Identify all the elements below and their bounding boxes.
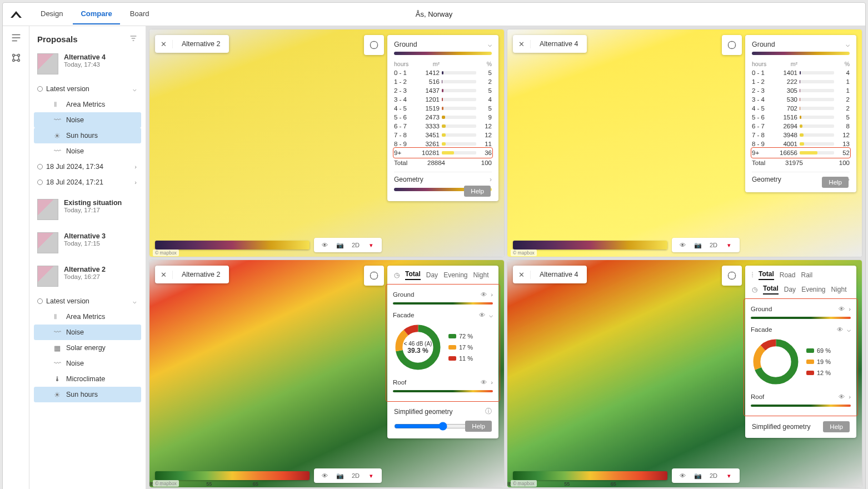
panel-title[interactable]: Ground <box>752 41 775 48</box>
time-tab-day[interactable]: Day <box>426 271 438 279</box>
proposal-item[interactable]: Existing situationToday, 17:17 <box>34 196 141 223</box>
colorbar-sun[interactable] <box>513 241 667 250</box>
section-ground[interactable]: Ground <box>751 306 772 312</box>
sun-row[interactable]: 9+1028136 <box>394 148 492 157</box>
tree-latest-version-2[interactable]: Latest version ⌵ <box>34 293 141 309</box>
eye-icon[interactable]: 👁 <box>481 379 487 386</box>
section-facade[interactable]: Facade <box>751 326 772 333</box>
chevron-down-icon[interactable]: ⌵ <box>847 326 851 333</box>
time-tab-evening[interactable]: Evening <box>443 271 467 279</box>
section-roof[interactable]: Roof <box>393 379 406 386</box>
dropdown-icon[interactable]: ▾ <box>365 240 377 250</box>
tree-item-microclimate[interactable]: 🌡Microclimate <box>34 371 141 387</box>
tree-item-noise[interactable]: 〰Noise <box>34 143 141 159</box>
sun-row[interactable]: 5 - 624739 <box>394 113 492 122</box>
help-button[interactable]: Help <box>823 421 850 432</box>
source-tab-road[interactable]: Road <box>780 271 796 279</box>
chevron-down-icon[interactable]: ⌵ <box>488 41 492 48</box>
eye-icon[interactable]: 👁 <box>837 326 844 333</box>
tree-item-sun-hours[interactable]: ☀Sun hours <box>34 128 141 143</box>
source-tab-total[interactable]: Total <box>759 270 774 280</box>
tree-item-area-metrics[interactable]: ⦀Area Metrics <box>34 309 141 325</box>
tree-item-solar-energy[interactable]: ▦Solar energy <box>34 340 141 356</box>
sun-row[interactable]: 1 - 25162 <box>394 77 492 86</box>
filter-icon[interactable] <box>129 34 138 44</box>
camera-icon[interactable]: 📷 <box>334 240 346 250</box>
sun-row[interactable]: 3 - 45302 <box>752 95 850 104</box>
sun-row[interactable]: 1 - 22221 <box>752 77 850 86</box>
history-item[interactable]: 18 Jul 2024, 17:21› <box>34 174 141 190</box>
time-tab-total[interactable]: Total <box>405 270 421 280</box>
time-tab-night[interactable]: Night <box>473 271 489 279</box>
dropdown-icon[interactable]: ▾ <box>723 471 735 481</box>
sun-row[interactable]: 8 - 9326111 <box>394 139 492 148</box>
time-tab-total[interactable]: Total <box>763 285 779 295</box>
sun-row[interactable]: 6 - 7333312 <box>394 122 492 131</box>
dimension-toggle[interactable]: 2D <box>707 471 720 481</box>
close-icon[interactable]: ✕ <box>155 271 173 279</box>
compass-icon[interactable] <box>364 35 384 55</box>
compass-icon[interactable] <box>722 35 742 55</box>
colorbar-sun[interactable] <box>155 241 310 250</box>
geometry-label[interactable]: Geometry <box>394 176 423 183</box>
compass-icon[interactable] <box>364 266 384 286</box>
proposal-item[interactable]: Alternative 3Today, 17:15 <box>34 229 141 257</box>
sun-row[interactable]: 4 - 515195 <box>394 104 492 113</box>
camera-icon[interactable]: 📷 <box>334 471 346 481</box>
dropdown-icon[interactable]: ▾ <box>723 240 735 250</box>
dimension-toggle[interactable]: 2D <box>350 240 362 250</box>
tab-board[interactable]: Board <box>122 4 157 24</box>
sun-row[interactable]: 7 - 8394812 <box>752 131 850 139</box>
chevron-down-icon[interactable]: ⌵ <box>846 41 850 48</box>
sun-row[interactable]: 0 - 114125 <box>394 68 492 77</box>
time-tab-night[interactable]: Night <box>831 286 847 293</box>
sun-row[interactable]: 5 - 615165 <box>752 113 850 122</box>
help-button[interactable]: Help <box>465 421 492 432</box>
sun-row[interactable]: 2 - 33051 <box>752 86 850 95</box>
tree-item-noise[interactable]: 〰Noise <box>34 325 141 340</box>
chevron-right-icon[interactable]: › <box>491 379 493 386</box>
eye-icon[interactable]: 👁 <box>318 240 331 250</box>
camera-icon[interactable]: 📷 <box>692 471 704 481</box>
help-button[interactable]: Help <box>464 186 491 197</box>
chevron-right-icon[interactable]: › <box>849 393 851 400</box>
sun-row[interactable]: 9+1665652 <box>752 148 850 157</box>
sun-row[interactable]: 4 - 57022 <box>752 104 850 113</box>
eye-icon[interactable]: 👁 <box>481 291 487 298</box>
tree-item-noise[interactable]: 〰Noise <box>34 356 141 371</box>
chevron-right-icon[interactable]: › <box>491 291 493 298</box>
close-icon[interactable]: ✕ <box>513 271 531 279</box>
proposal-item[interactable]: Alternative 2Today, 16:27 <box>34 262 141 290</box>
tree-item-noise[interactable]: 〰Noise <box>34 112 141 128</box>
tree-item-area-metrics[interactable]: ⦀Area Metrics <box>34 97 141 112</box>
dimension-toggle[interactable]: 2D <box>707 240 720 250</box>
proposal-item[interactable]: Alternative 4 Today, 17:43 <box>34 50 141 78</box>
eye-icon[interactable]: 👁 <box>839 393 845 400</box>
eye-icon[interactable]: 👁 <box>676 240 689 250</box>
section-facade[interactable]: Facade <box>393 312 414 318</box>
dropdown-icon[interactable]: ▾ <box>365 471 377 481</box>
dimension-toggle[interactable]: 2D <box>350 471 362 481</box>
sun-row[interactable]: 6 - 726948 <box>752 122 850 131</box>
eye-icon[interactable]: 👁 <box>676 471 689 481</box>
section-ground[interactable]: Ground <box>393 291 414 298</box>
tab-design[interactable]: Design <box>33 4 71 24</box>
eye-icon[interactable]: 👁 <box>839 306 845 312</box>
compass-icon[interactable] <box>722 266 742 286</box>
eye-icon[interactable]: 👁 <box>479 312 486 318</box>
sun-row[interactable]: 3 - 412014 <box>394 95 492 104</box>
colorbar-noise[interactable]: dB (A) 55 65 <box>155 471 310 480</box>
constraints-icon[interactable] <box>10 52 22 64</box>
sun-row[interactable]: 7 - 8345112 <box>394 131 492 139</box>
tab-compare[interactable]: Compare <box>73 4 119 24</box>
time-tab-day[interactable]: Day <box>784 286 796 293</box>
tree-latest-version[interactable]: Latest version ⌵ <box>34 81 141 97</box>
sun-row[interactable]: 2 - 314375 <box>394 86 492 95</box>
sun-row[interactable]: 0 - 114014 <box>752 68 850 77</box>
chevron-right-icon[interactable]: › <box>849 306 851 312</box>
close-icon[interactable]: ✕ <box>155 40 173 48</box>
chevron-down-icon[interactable]: ⌵ <box>489 312 493 318</box>
history-item[interactable]: 18 Jul 2024, 17:34› <box>34 159 141 174</box>
sun-row[interactable]: 8 - 9400113 <box>752 139 850 148</box>
help-button[interactable]: Help <box>822 177 849 188</box>
